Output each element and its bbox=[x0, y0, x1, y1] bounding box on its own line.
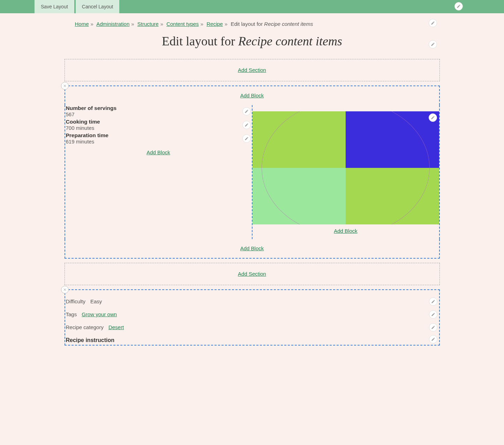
pencil-icon[interactable] bbox=[454, 2, 463, 10]
field-recipe-instruction: Recipe instruction bbox=[66, 334, 439, 345]
field-recipe-category: Recipe category Desert bbox=[66, 321, 439, 334]
add-block-link[interactable]: Add Block bbox=[240, 92, 264, 98]
page-title-row: Edit layout for Recipe content items bbox=[65, 30, 440, 59]
layout-section-2: Difficulty Easy Tags Grow your own Recip… bbox=[65, 289, 440, 346]
field-tags: Tags Grow your own bbox=[66, 308, 439, 321]
remove-section-button[interactable] bbox=[61, 286, 69, 294]
add-section-zone-mid[interactable]: Add Section bbox=[65, 263, 440, 285]
add-block-zone-left[interactable]: Add Block bbox=[65, 146, 252, 161]
breadcrumb-content-types[interactable]: Content types bbox=[166, 21, 199, 27]
save-layout-button[interactable]: Save Layout bbox=[35, 0, 74, 13]
add-block-link[interactable]: Add Block bbox=[146, 149, 170, 155]
add-block-link[interactable]: Add Block bbox=[334, 228, 358, 234]
field-cooking-time: Cooking time 700 minutes bbox=[66, 119, 252, 131]
add-section-link[interactable]: Add Section bbox=[238, 271, 266, 277]
image-placeholder bbox=[253, 111, 439, 224]
pencil-icon[interactable] bbox=[242, 107, 251, 116]
add-block-link[interactable]: Add Block bbox=[240, 245, 264, 251]
add-section-zone-top[interactable]: Add Section bbox=[65, 59, 440, 81]
breadcrumb-structure[interactable]: Structure bbox=[137, 21, 159, 27]
category-link[interactable]: Desert bbox=[108, 324, 124, 330]
add-block-zone-top[interactable]: Add Block bbox=[65, 86, 440, 105]
field-label: Number of servings bbox=[66, 105, 241, 111]
add-section-link[interactable]: Add Section bbox=[238, 67, 266, 73]
section-column-right: Add Block bbox=[253, 105, 439, 239]
pencil-icon[interactable] bbox=[429, 335, 437, 343]
add-block-zone-right[interactable]: Add Block bbox=[253, 224, 439, 239]
remove-section-button[interactable] bbox=[61, 82, 69, 90]
field-label: Preparation time bbox=[66, 132, 241, 139]
breadcrumb-admin[interactable]: Administration bbox=[96, 21, 129, 27]
field-value: Easy bbox=[90, 298, 102, 304]
pencil-icon[interactable] bbox=[429, 113, 437, 122]
cancel-layout-button[interactable]: Cancel Layout bbox=[76, 0, 120, 13]
pencil-icon[interactable] bbox=[242, 134, 251, 143]
field-prep-time: Preparation time 619 minutes bbox=[66, 132, 252, 144]
field-value: 567 bbox=[66, 111, 241, 117]
field-label: Cooking time bbox=[66, 119, 241, 125]
field-difficulty: Difficulty Easy bbox=[66, 295, 439, 308]
top-toolbar: Save Layout Cancel Layout bbox=[0, 0, 504, 13]
breadcrumb-home[interactable]: Home bbox=[75, 21, 89, 27]
pencil-icon[interactable] bbox=[429, 310, 437, 319]
breadcrumb-current: Edit layout for Recipe content items bbox=[231, 21, 313, 27]
layout-section-1: Add Block Number of servings 567 Cooking… bbox=[65, 86, 440, 259]
breadcrumb: Home» Administration» Structure» Content… bbox=[75, 21, 313, 27]
field-value: 619 minutes bbox=[66, 139, 241, 144]
pencil-icon[interactable] bbox=[429, 297, 437, 306]
tag-link[interactable]: Grow your own bbox=[82, 311, 117, 317]
pencil-icon[interactable] bbox=[429, 40, 437, 49]
field-label: Recipe category bbox=[66, 324, 104, 330]
field-label: Recipe instruction bbox=[66, 337, 115, 343]
page-title: Edit layout for Recipe content items bbox=[65, 34, 440, 49]
field-label: Difficulty bbox=[66, 298, 85, 304]
field-value: 700 minutes bbox=[66, 125, 241, 131]
field-label: Tags bbox=[66, 311, 77, 317]
add-block-zone-bottom[interactable]: Add Block bbox=[65, 239, 440, 259]
pencil-icon[interactable] bbox=[429, 323, 437, 332]
field-servings: Number of servings 567 bbox=[66, 105, 252, 117]
breadcrumb-recipe[interactable]: Recipe bbox=[206, 21, 223, 27]
pencil-icon[interactable] bbox=[242, 121, 251, 129]
section-column-left: Number of servings 567 Cooking time 700 … bbox=[65, 105, 253, 239]
breadcrumb-row: Home» Administration» Structure» Content… bbox=[65, 13, 440, 30]
pencil-icon[interactable] bbox=[429, 19, 437, 27]
